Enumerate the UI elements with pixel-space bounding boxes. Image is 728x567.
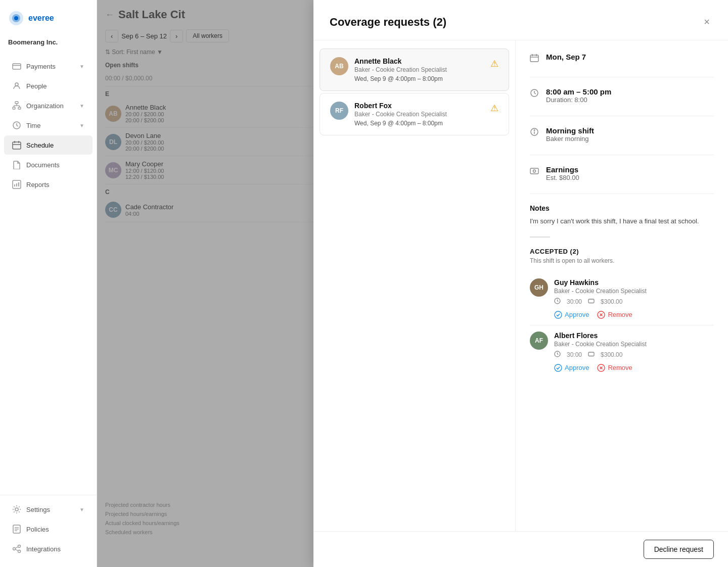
svg-rect-43 bbox=[588, 299, 594, 303]
guy-hours: 30:00 bbox=[567, 298, 582, 305]
shift-row: Morning shift Baker morning bbox=[530, 126, 714, 143]
earnings-icon bbox=[530, 166, 539, 177]
sidebar-item-time[interactable]: Time ▼ bbox=[4, 116, 93, 135]
robert-request-info: Robert Fox Baker - Cookie Creation Speci… bbox=[354, 102, 484, 127]
earnings-label: Earnings bbox=[546, 165, 579, 174]
time-icon bbox=[12, 121, 21, 130]
sidebar-item-reports[interactable]: Reports bbox=[4, 175, 93, 194]
svg-point-29 bbox=[18, 550, 21, 553]
sidebar-nav: Payments ▼ People Organization ▼ Time ▼ … bbox=[0, 52, 97, 495]
svg-rect-14 bbox=[13, 142, 21, 149]
svg-point-27 bbox=[13, 548, 16, 550]
modal-header: Coverage requests (2) × bbox=[313, 0, 728, 40]
svg-line-31 bbox=[15, 549, 18, 551]
sidebar-item-people[interactable]: People bbox=[4, 76, 93, 96]
modal-title: Coverage requests (2) bbox=[330, 16, 446, 29]
people-icon bbox=[12, 81, 21, 90]
robert-request-avatar: RF bbox=[330, 102, 348, 120]
policies-label: Policies bbox=[26, 526, 49, 533]
svg-rect-40 bbox=[530, 168, 538, 174]
albert-remove-btn[interactable]: Remove bbox=[597, 364, 632, 372]
requests-panel: AB Annette Black Baker - Cookie Creation… bbox=[313, 40, 516, 531]
accepted-worker-albert: AF Albert Flores Baker - Cookie Creation… bbox=[530, 325, 714, 378]
svg-rect-32 bbox=[530, 55, 538, 62]
robert-request-role: Baker - Cookie Creation Specialist bbox=[354, 111, 484, 118]
earnings-info: Earnings Est. $80.00 bbox=[546, 165, 579, 181]
svg-point-28 bbox=[18, 545, 21, 548]
albert-hours: 30:00 bbox=[567, 351, 582, 358]
time-info: 8:00 am – 5:00 pm Duration: 8:00 bbox=[546, 87, 611, 104]
logo-text: everee bbox=[28, 14, 54, 23]
organization-icon bbox=[12, 101, 21, 110]
shift-info: Morning shift Baker morning bbox=[546, 126, 594, 143]
modal-close-btn[interactable]: × bbox=[702, 14, 712, 30]
sidebar-item-organization[interactable]: Organization ▼ bbox=[4, 96, 93, 115]
notes-label: Notes bbox=[530, 204, 714, 212]
albert-earnings: $300.00 bbox=[601, 351, 622, 358]
integrations-icon bbox=[12, 544, 21, 553]
svg-line-30 bbox=[15, 547, 18, 548]
guy-remove-btn[interactable]: Remove bbox=[597, 311, 632, 319]
annette-request-role: Baker - Cookie Creation Specialist bbox=[354, 66, 484, 73]
decline-request-btn[interactable]: Decline request bbox=[644, 540, 714, 559]
date-label: Mon, Sep 7 bbox=[546, 53, 586, 61]
people-label: People bbox=[26, 82, 47, 90]
sidebar-item-settings[interactable]: Settings ▼ bbox=[4, 500, 93, 519]
svg-point-39 bbox=[534, 130, 535, 131]
sidebar-item-payments[interactable]: Payments ▼ bbox=[4, 57, 93, 76]
sidebar-item-policies[interactable]: Policies bbox=[4, 519, 93, 539]
albert-approve-btn[interactable]: Approve bbox=[554, 364, 589, 372]
everee-logo-icon bbox=[8, 10, 24, 26]
company-name: Boomerang Inc. bbox=[0, 36, 97, 52]
policies-icon bbox=[12, 525, 21, 534]
request-card-2[interactable]: RF Robert Fox Baker - Cookie Creation Sp… bbox=[320, 93, 509, 135]
annette-warning-icon: ⚠ bbox=[490, 58, 498, 69]
guy-info: Guy Hawkins Baker - Cookie Creation Spec… bbox=[554, 278, 714, 319]
guy-earnings: $300.00 bbox=[601, 298, 622, 305]
main-area: ← Salt Lake Cit ‹ Sep 6 – Sep 12 › All w… bbox=[97, 0, 728, 567]
earnings-section: Earnings Est. $80.00 bbox=[530, 165, 714, 194]
sidebar-logo: everee bbox=[0, 0, 97, 36]
svg-point-44 bbox=[555, 311, 562, 318]
earnings-row: Earnings Est. $80.00 bbox=[530, 165, 714, 181]
albert-avatar: AF bbox=[530, 332, 548, 350]
guy-approve-btn[interactable]: Approve bbox=[554, 311, 589, 319]
svg-rect-3 bbox=[13, 64, 21, 69]
request-card-1[interactable]: AB Annette Black Baker - Cookie Creation… bbox=[320, 49, 509, 91]
integrations-label: Integrations bbox=[26, 545, 61, 553]
settings-label: Settings bbox=[26, 506, 50, 513]
notes-section: Notes I'm sorry I can't work this shift,… bbox=[530, 204, 714, 226]
payments-icon bbox=[12, 62, 21, 71]
accepted-worker-guy: GH Guy Hawkins Baker - Cookie Creation S… bbox=[530, 272, 714, 325]
svg-rect-7 bbox=[13, 107, 15, 109]
sidebar-bottom: Settings ▼ Policies Integrations bbox=[0, 495, 97, 567]
svg-point-41 bbox=[533, 170, 536, 172]
svg-point-50 bbox=[555, 364, 562, 371]
clock-icon bbox=[530, 88, 539, 100]
sidebar-item-schedule[interactable]: Schedule bbox=[4, 135, 93, 155]
section-divider bbox=[530, 237, 550, 238]
accepted-header: ACCEPTED (2) bbox=[530, 248, 714, 255]
svg-point-5 bbox=[15, 83, 18, 86]
time-chevron: ▼ bbox=[79, 123, 84, 128]
sidebar-item-integrations[interactable]: Integrations bbox=[4, 539, 93, 558]
calendar-icon bbox=[530, 54, 539, 65]
guy-role: Baker - Cookie Creation Specialist bbox=[554, 288, 714, 295]
approve-icon-2 bbox=[554, 364, 562, 372]
modal-footer: Decline request bbox=[313, 531, 728, 567]
sidebar-item-documents[interactable]: Documents bbox=[4, 155, 93, 174]
accepted-sub: This shift is open to all workers. bbox=[530, 257, 714, 264]
svg-rect-8 bbox=[18, 107, 21, 109]
guy-clock-icon bbox=[554, 298, 561, 306]
earnings-value: Est. $80.00 bbox=[546, 174, 579, 181]
date-section: Mon, Sep 7 bbox=[530, 53, 714, 77]
guy-action-btns: Approve Remove bbox=[554, 311, 714, 319]
remove-icon-2 bbox=[597, 364, 605, 372]
organization-label: Organization bbox=[26, 102, 64, 110]
coverage-modal: Coverage requests (2) × AB Annette Black… bbox=[313, 0, 728, 567]
shift-name: Morning shift bbox=[546, 126, 594, 135]
documents-label: Documents bbox=[26, 161, 60, 169]
duration-label: Duration: 8:00 bbox=[546, 96, 611, 104]
payments-label: Payments bbox=[26, 63, 56, 70]
shift-section: Morning shift Baker morning bbox=[530, 126, 714, 155]
